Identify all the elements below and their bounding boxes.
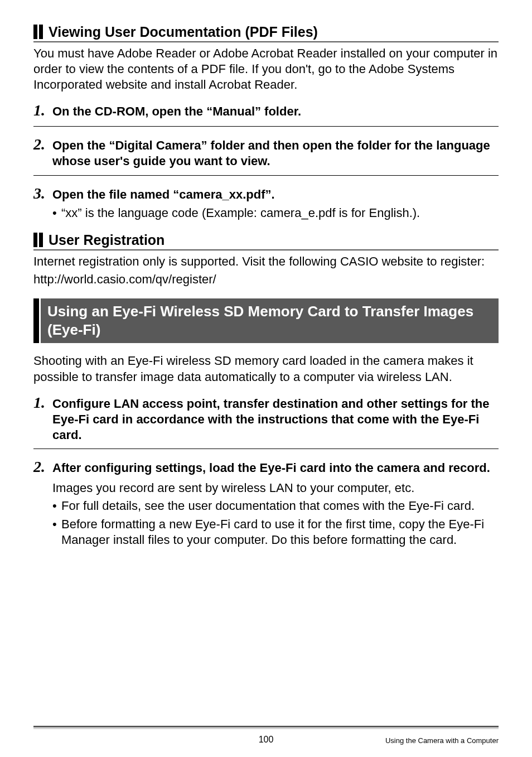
section-rule — [33, 249, 499, 250]
bullet-text: For full details, see the user documenta… — [61, 498, 499, 514]
step-text: Open the file named “camera_xx.pdf”. — [52, 187, 499, 202]
section-title: User Registration — [49, 232, 165, 248]
section-rule — [33, 41, 499, 42]
step-number: 3. — [33, 184, 52, 204]
step-text: After configuring settings, load the Eye… — [52, 460, 499, 476]
step-text: On the CD-ROM, open the “Manual” folder. — [52, 104, 499, 119]
footer-rule — [33, 726, 499, 727]
intro-text: You must have Adobe Reader or Adobe Acro… — [33, 46, 499, 93]
footer-rule-light — [33, 728, 499, 729]
section-title: Viewing User Documentation (PDF Files) — [49, 23, 318, 40]
section-bars-icon — [33, 233, 43, 247]
body-text-url: http://world.casio.com/qv/register/ — [33, 272, 499, 287]
step-number: 1. — [33, 393, 52, 413]
section-bars-icon — [33, 25, 43, 39]
eyefi-step-1: 1. Configure LAN access point, transfer … — [33, 393, 499, 443]
step-text: Configure LAN access point, transfer des… — [52, 396, 499, 443]
eyefi-step-2: 2. After configuring settings, load the … — [33, 457, 499, 477]
bullet-text: Before formatting a new Eye-Fi card to u… — [61, 517, 499, 548]
section-header-user-reg: User Registration — [33, 232, 499, 248]
section-header-view-docs: Viewing User Documentation (PDF Files) — [33, 23, 499, 40]
bullet-dot-icon: • — [52, 205, 61, 221]
body-text: Images you record are sent by wireless L… — [33, 480, 499, 496]
body-text: Internet registration only is supported.… — [33, 254, 499, 269]
step-bullet: • “xx” is the language code (Example: ca… — [33, 205, 499, 221]
step-separator — [33, 126, 499, 127]
step-number: 2. — [33, 457, 52, 477]
step-separator — [33, 449, 499, 449]
step-3: 3. Open the file named “camera_xx.pdf”. — [33, 184, 499, 204]
heading-text: Using an Eye-Fi Wireless SD Memory Card … — [41, 298, 499, 343]
footer-section-label: Using the Camera with a Computer — [385, 736, 499, 745]
step-separator — [33, 175, 499, 176]
page-number: 100 — [259, 735, 274, 745]
step-2: 2. Open the “Digital Camera” folder and … — [33, 134, 499, 169]
bullet-item: • For full details, see the user documen… — [33, 498, 499, 514]
step-1: 1. On the CD-ROM, open the “Manual” fold… — [33, 100, 499, 120]
bullet-dot-icon: • — [52, 517, 61, 548]
step-number: 2. — [33, 134, 52, 155]
heading-bar-icon — [33, 298, 39, 343]
bullet-dot-icon: • — [52, 498, 61, 514]
bullet-item: • Before formatting a new Eye-Fi card to… — [33, 517, 499, 548]
page-footer: 100 Using the Camera with a Computer — [33, 726, 499, 745]
step-number: 1. — [33, 100, 52, 120]
page: Viewing User Documentation (PDF Files) Y… — [0, 0, 532, 757]
bullet-text: “xx” is the language code (Example: came… — [61, 205, 499, 221]
step-text: Open the “Digital Camera” folder and the… — [52, 138, 499, 169]
major-heading-eye-fi: Using an Eye-Fi Wireless SD Memory Card … — [33, 298, 499, 343]
intro-text: Shooting with an Eye-Fi wireless SD memo… — [33, 353, 499, 384]
